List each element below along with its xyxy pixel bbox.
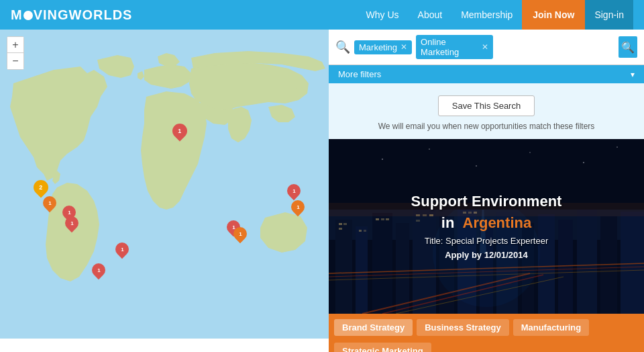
nav: Why Us About Membership Join Now Sign-in [357,0,633,30]
pins-overlay: 1 2 1 1 [0,30,329,339]
card-deadline: Apply by 12/01/2014 [445,250,528,260]
pin-africa-2[interactable]: 1 [233,227,247,240]
pin-argentina[interactable]: 1 [92,263,105,277]
pin-sa-2[interactable]: 1 [65,216,78,230]
nav-why-us[interactable]: Why Us [357,0,409,30]
save-search-button[interactable]: Save This Search [438,95,535,116]
tag-online-marketing-close[interactable]: ✕ [482,42,488,52]
search-section: 🔍 Marketing ✕ Online Marketing ✕ 🔍 More … [329,30,644,352]
more-filters-bar[interactable]: More filters ▾ [329,65,644,83]
card-title: Support Environment [411,193,562,210]
skills-tags-bar: Brand Strategy Business Strategy Manufac… [329,314,644,352]
skill-tag-strategic-marketing[interactable]: Strategic Marketing [334,343,431,352]
search-bar: 🔍 Marketing ✕ Online Marketing ✕ 🔍 [329,30,644,65]
zoom-out-button[interactable]: − [7,53,23,69]
tag-online-marketing: Online Marketing ✕ [416,35,493,59]
nav-sign-in[interactable]: Sign-in [585,0,633,30]
tag-marketing-close[interactable]: ✕ [400,42,407,52]
nav-membership[interactable]: Membership [451,0,522,30]
map-section: + − [0,30,329,352]
pin-brazil[interactable]: 1 [115,243,129,256]
card-overlay: Support Environment in Argentina Title: … [329,139,644,314]
map-caption: Find an opportunity, anywhere you want t… [0,339,329,352]
search-go-button[interactable]: 🔍 [619,36,637,58]
card-country: Argentina [463,214,532,231]
main-layout: + − [0,30,644,352]
card-subtitle: Title: Special Projects Experteer [425,236,548,246]
pin-se-asia[interactable]: 1 [291,200,305,214]
more-filters-arrow: ▾ [631,70,635,79]
card-background: Support Environment in Argentina Title: … [329,139,644,314]
search-icon: 🔍 [335,40,350,54]
skill-tag-business-strategy[interactable]: Business Strategy [417,319,508,336]
pin-india[interactable]: 1 [287,184,301,197]
tag-marketing: Marketing ✕ [354,40,412,54]
zoom-controls: + − [7,36,24,70]
skill-tag-manufacturing[interactable]: Manufacturing [513,319,590,336]
header: MVINGWORLDS Why Us About Membership Join… [0,0,644,30]
search-input[interactable] [497,42,614,52]
nav-join-now[interactable]: Join Now [522,0,585,30]
nav-about[interactable]: About [409,0,452,30]
zoom-in-button[interactable]: + [7,37,23,53]
save-search-description: We will email you when new opportunities… [378,122,595,131]
save-search-area: Save This Search We will email you when … [329,83,644,139]
skill-tag-brand-strategy[interactable]: Brand Strategy [334,319,413,336]
opportunity-card[interactable]: Support Environment in Argentina Title: … [329,139,644,314]
map-container: + − [0,30,329,339]
logo: MVINGWORLDS [11,7,132,23]
pin-europe[interactable]: 1 [172,124,187,138]
card-location: in Argentina [441,214,531,232]
pin-mexico[interactable]: 2 [34,180,48,195]
pin-central-america[interactable]: 1 [43,196,56,210]
